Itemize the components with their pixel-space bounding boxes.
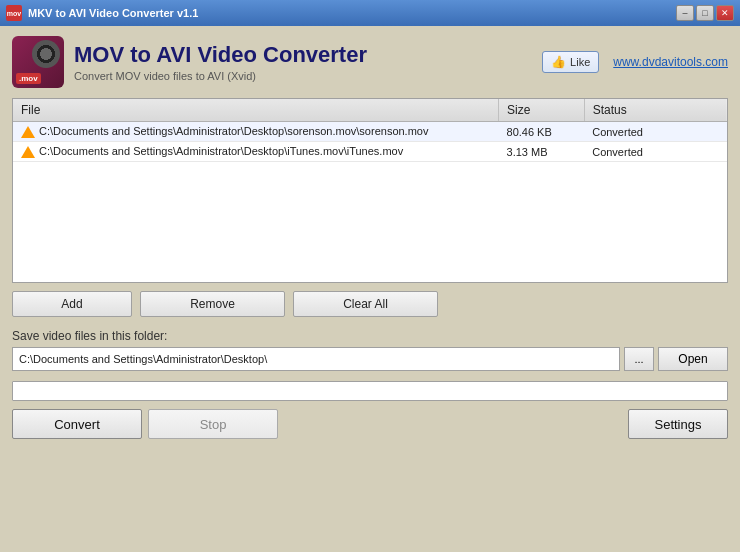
size-cell: 80.46 KB <box>499 122 585 142</box>
col-header-file: File <box>13 99 499 122</box>
add-button[interactable]: Add <box>12 291 132 317</box>
header-titles: MOV to AVI Video Converter Convert MOV v… <box>74 42 367 82</box>
like-label: Like <box>570 56 590 68</box>
convert-button[interactable]: Convert <box>12 409 142 439</box>
file-cell: C:\Documents and Settings\Administrator\… <box>13 122 499 142</box>
minimize-button[interactable]: – <box>676 5 694 21</box>
title-bar-text: MKV to AVI Video Converter v1.1 <box>28 7 676 19</box>
title-bar: mov MKV to AVI Video Converter v1.1 – □ … <box>0 0 740 26</box>
status-cell: Converted <box>584 142 727 162</box>
header-right: 👍 Like www.dvdavitools.com <box>542 51 728 73</box>
stop-button[interactable]: Stop <box>148 409 278 439</box>
app-subtitle: Convert MOV video files to AVI (Xvid) <box>74 70 367 82</box>
status-cell: Converted <box>584 122 727 142</box>
thumbs-up-icon: 👍 <box>551 55 566 69</box>
bottom-row: Convert Stop Settings <box>12 409 728 439</box>
table-row: C:\Documents and Settings\Administrator\… <box>13 142 727 162</box>
maximize-button[interactable]: □ <box>696 5 714 21</box>
header-section: .mov MOV to AVI Video Converter Convert … <box>12 36 728 88</box>
browse-button[interactable]: ... <box>624 347 654 371</box>
file-table-container: File Size Status C:\Documents and Settin… <box>12 98 728 283</box>
logo-badge: .mov <box>16 73 41 84</box>
app-icon: mov <box>6 5 22 21</box>
website-link[interactable]: www.dvdavitools.com <box>613 55 728 69</box>
save-folder-label: Save video files in this folder: <box>12 329 728 343</box>
main-content: .mov MOV to AVI Video Converter Convert … <box>0 26 740 449</box>
table-row: C:\Documents and Settings\Administrator\… <box>13 122 727 142</box>
col-header-status: Status <box>584 99 727 122</box>
clear-all-button[interactable]: Clear All <box>293 291 438 317</box>
header-left: .mov MOV to AVI Video Converter Convert … <box>12 36 367 88</box>
app-logo: .mov <box>12 36 64 88</box>
vlc-icon <box>21 146 35 158</box>
save-section: Save video files in this folder: ... Ope… <box>12 329 728 371</box>
size-cell: 3.13 MB <box>499 142 585 162</box>
file-table: File Size Status C:\Documents and Settin… <box>13 99 727 162</box>
like-button[interactable]: 👍 Like <box>542 51 599 73</box>
file-cell: C:\Documents and Settings\Administrator\… <box>13 142 499 162</box>
close-button[interactable]: ✕ <box>716 5 734 21</box>
folder-path-input[interactable] <box>12 347 620 371</box>
remove-button[interactable]: Remove <box>140 291 285 317</box>
col-header-size: Size <box>499 99 585 122</box>
save-folder-row: ... Open <box>12 347 728 371</box>
file-action-buttons: Add Remove Clear All <box>12 291 728 317</box>
open-button[interactable]: Open <box>658 347 728 371</box>
logo-disk <box>32 40 60 68</box>
settings-button[interactable]: Settings <box>628 409 728 439</box>
vlc-icon <box>21 126 35 138</box>
app-title: MOV to AVI Video Converter <box>74 42 367 68</box>
window-controls: – □ ✕ <box>676 5 734 21</box>
bottom-left-buttons: Convert Stop <box>12 409 278 439</box>
progress-bar-container <box>12 381 728 401</box>
table-header-row: File Size Status <box>13 99 727 122</box>
